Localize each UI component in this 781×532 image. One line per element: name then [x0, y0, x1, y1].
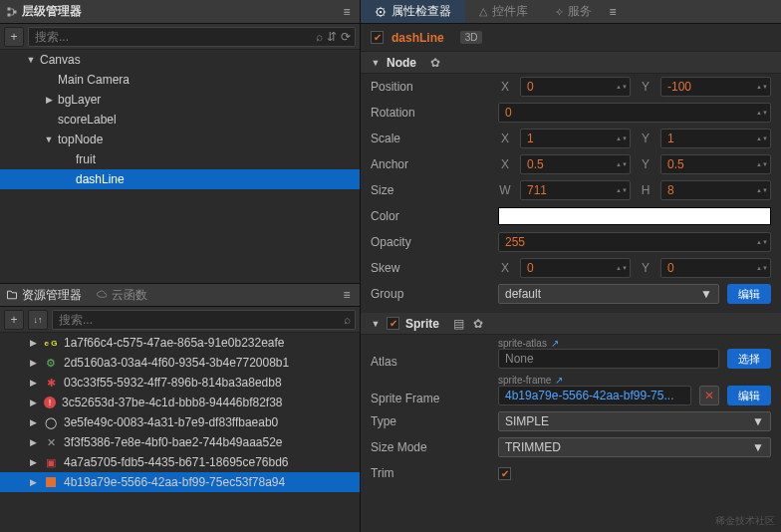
label-color: Color — [371, 209, 490, 223]
sizemode-select[interactable]: TRIMMED▼ — [498, 437, 771, 457]
refresh-icon[interactable]: ⟳ — [341, 30, 351, 44]
label-group: Group — [371, 287, 490, 301]
asset-item[interactable]: ▶!3c52653d-37be-4c1d-bbb8-94446bf82f38 — [0, 393, 360, 412]
svg-point-4 — [380, 10, 382, 12]
type-select[interactable]: SIMPLE▼ — [498, 411, 771, 431]
skew-y-input[interactable]: 0▲▼ — [660, 258, 771, 278]
label-spriteframe: Sprite Frame — [371, 392, 490, 405]
label-opacity: Opacity — [371, 235, 490, 249]
spriteframe-header: sprite-frame↗ — [498, 375, 691, 386]
position-y-input[interactable]: -100▲▼ — [660, 77, 771, 97]
tab-widgets[interactable]: △控件库 — [465, 0, 542, 23]
group-edit-button[interactable]: 编辑 — [727, 284, 771, 304]
scale-x-input[interactable]: 1▲▼ — [520, 129, 631, 148]
asset-item[interactable]: ▶✱03c33f55-5932-4ff7-896b-814ba3a8edb8 — [0, 373, 360, 393]
spriteframe-clear-button[interactable]: ✕ — [699, 386, 719, 405]
gear-icon[interactable]: ✿ — [471, 317, 485, 331]
size-h-input[interactable]: 8▲▼ — [660, 180, 771, 200]
label-position: Position — [371, 80, 490, 94]
collapse-icon[interactable]: ⇵ — [327, 30, 337, 44]
assets-search-input[interactable]: ⌕ — [52, 310, 356, 330]
anchor-y-input[interactable]: 0.5▲▼ — [660, 154, 771, 174]
rotation-input[interactable]: 0▲▼ — [498, 103, 771, 123]
hierarchy-item[interactable]: ▶bgLayer — [0, 90, 360, 110]
asset-item[interactable]: ▶e G1a7f66c4-c575-47ae-865a-91e0b232eafe — [0, 333, 360, 353]
label-rotation: Rotation — [371, 106, 490, 120]
node-name: dashLine — [391, 31, 444, 45]
label-trim: Trim — [371, 466, 490, 480]
hierarchy-item[interactable]: scoreLabel — [0, 110, 360, 130]
section-toggle-icon[interactable]: ▼ — [371, 58, 381, 68]
label-atlas: Atlas — [371, 355, 490, 369]
hierarchy-panel-title: 层级管理器 — [6, 3, 82, 20]
opacity-input[interactable]: 255▲▼ — [498, 232, 771, 252]
anchor-x-input[interactable]: 0.5▲▼ — [520, 154, 631, 174]
asset-item[interactable]: ▶▣4a7a5705-fdb5-4435-b671-18695ce76bd6 — [0, 452, 360, 472]
trim-checkbox[interactable]: ✔ — [498, 467, 511, 480]
atlas-header: sprite-atlas↗ — [498, 338, 719, 349]
gear-icon[interactable]: ✿ — [428, 56, 442, 70]
hierarchy-item[interactable]: fruit — [0, 149, 360, 169]
watermark: 稀金技术社区 — [715, 514, 775, 528]
asset-item[interactable]: ▶⚙2d5160a3-03a4-4f60-9354-3b4e772008b1 — [0, 353, 360, 373]
node-enabled-checkbox[interactable]: ✔ — [371, 31, 384, 44]
color-picker[interactable] — [498, 207, 771, 225]
section-sprite-title: Sprite — [405, 317, 439, 331]
position-x-input[interactable]: 0▲▼ — [520, 77, 631, 97]
search-icon[interactable]: ⌕ — [344, 313, 351, 327]
label-size: Size — [371, 183, 490, 197]
label-sizemode: Size Mode — [371, 440, 490, 454]
hierarchy-item[interactable]: ▼topNode — [0, 130, 360, 149]
atlas-value[interactable]: None — [498, 349, 719, 369]
add-node-button[interactable]: + — [4, 27, 24, 47]
asset-item[interactable]: ▶4b19a79e-5566-42aa-bf99-75ec53f78a94 — [0, 472, 360, 492]
spriteframe-edit-button[interactable]: 编辑 — [727, 386, 771, 405]
svg-rect-2 — [14, 10, 17, 13]
tab-cloudfn[interactable]: 云函数 — [96, 287, 147, 304]
section-node-title: Node — [387, 56, 416, 70]
label-scale: Scale — [371, 132, 490, 145]
label-anchor: Anchor — [371, 157, 490, 171]
svg-rect-0 — [8, 7, 11, 10]
svg-rect-1 — [8, 13, 11, 16]
label-skew: Skew — [371, 261, 490, 275]
hierarchy-search-input[interactable]: ⌕ ⇵ ⟳ — [28, 27, 356, 47]
asset-item[interactable]: ▶◯3e5fe49c-0083-4a31-b7e9-df83ffbaeab0 — [0, 412, 360, 432]
sort-asset-button[interactable]: ↓↑ — [28, 310, 48, 330]
add-asset-button[interactable]: + — [4, 310, 24, 330]
tab-inspector[interactable]: 属性检查器 — [361, 0, 465, 23]
tab-services[interactable]: ⟡服务 — [542, 0, 606, 23]
scale-y-input[interactable]: 1▲▼ — [660, 129, 771, 148]
asset-item[interactable]: ▶✕3f3f5386-7e8e-4bf0-bae2-744b49aaa52e — [0, 432, 360, 452]
skew-x-input[interactable]: 0▲▼ — [520, 258, 631, 278]
atlas-select-button[interactable]: 选择 — [727, 349, 771, 369]
assets-menu-icon[interactable]: ≡ — [340, 288, 354, 302]
book-icon[interactable]: ▤ — [451, 317, 465, 331]
hierarchy-item[interactable]: Main Camera — [0, 70, 360, 90]
sprite-enabled-checkbox[interactable]: ✔ — [387, 317, 399, 330]
inspector-menu-icon[interactable]: ≡ — [606, 5, 620, 19]
panel-menu-icon[interactable]: ≡ — [340, 5, 354, 19]
hierarchy-item[interactable]: dashLine — [0, 169, 360, 189]
size-w-input[interactable]: 711▲▼ — [520, 180, 631, 200]
spriteframe-value[interactable]: 4b19a79e-5566-42aa-bf99-75... — [498, 386, 691, 405]
tab-assets[interactable]: 资源管理器 — [6, 287, 82, 304]
section-toggle-icon[interactable]: ▼ — [371, 319, 381, 329]
badge-3d[interactable]: 3D — [460, 31, 483, 44]
hierarchy-item[interactable]: ▼Canvas — [0, 50, 360, 70]
group-select[interactable]: default▼ — [498, 284, 719, 304]
search-icon[interactable]: ⌕ — [316, 30, 323, 44]
label-type: Type — [371, 414, 490, 428]
